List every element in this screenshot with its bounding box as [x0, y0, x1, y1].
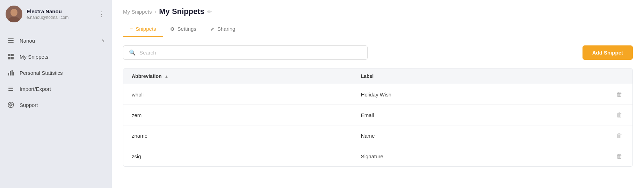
svg-rect-4: [8, 40, 14, 41]
breadcrumb-separator: ›: [155, 9, 157, 14]
sidebar-item-personal-statistics-label: Personal Statistics: [20, 70, 63, 76]
label-cell: Signature: [353, 146, 607, 167]
add-snippet-button[interactable]: Add Snippet: [583, 45, 633, 60]
svg-rect-8: [8, 57, 10, 59]
table-row: zem Email 🗑: [123, 105, 632, 125]
table-body: wholi Holiday Wish 🗑 zem Email 🗑: [123, 84, 632, 167]
action-cell: 🗑: [607, 84, 632, 105]
tab-settings-label: Settings: [178, 26, 196, 32]
tab-bar: ≡ Snippets ⚙ Settings ⇗ Sharing: [123, 22, 633, 37]
svg-rect-3: [8, 38, 14, 39]
delete-button[interactable]: 🗑: [615, 110, 624, 120]
svg-point-15: [10, 104, 12, 106]
label-cell: Email: [353, 105, 607, 125]
sidebar-item-my-snippets[interactable]: My Snippets: [0, 49, 112, 65]
breadcrumb-current: My Snippets ✏: [159, 7, 212, 16]
svg-rect-11: [10, 71, 11, 75]
profile-email: e.nanou@hotmail.com: [27, 15, 92, 20]
page-content: 🔍 Add Snippet Abbreviation ▲ Label: [112, 37, 644, 188]
delete-button[interactable]: 🗑: [615, 90, 624, 99]
tab-sharing-label: Sharing: [217, 26, 236, 32]
import-export-icon: [7, 85, 15, 93]
tab-settings[interactable]: ⚙ Settings: [163, 22, 203, 37]
profile-info: Electra Nanou e.nanou@hotmail.com: [27, 8, 92, 20]
table-row: wholi Holiday Wish 🗑: [123, 84, 632, 105]
sidebar-item-import-export[interactable]: Import/Export: [0, 81, 112, 97]
sidebar-item-import-export-label: Import/Export: [20, 86, 51, 92]
sidebar-profile: Electra Nanou e.nanou@hotmail.com ⋮: [0, 0, 112, 28]
tab-snippets[interactable]: ≡ Snippets: [123, 22, 163, 37]
search-icon: 🔍: [129, 49, 136, 56]
breadcrumb-parent[interactable]: My Snippets: [123, 9, 152, 15]
edit-title-icon[interactable]: ✏: [207, 8, 212, 15]
svg-rect-12: [12, 70, 13, 75]
svg-point-1: [10, 9, 17, 16]
toolbar: 🔍 Add Snippet: [123, 45, 633, 60]
abbreviation-cell: zname: [123, 125, 353, 146]
breadcrumb: My Snippets › My Snippets ✏: [123, 7, 633, 16]
snippets-table-container: Abbreviation ▲ Label wholi Holiday Wish: [123, 68, 633, 167]
abbreviation-cell: zsig: [123, 146, 353, 167]
snippets-table: Abbreviation ▲ Label wholi Holiday Wish: [123, 68, 632, 166]
avatar: [6, 6, 22, 22]
action-cell: 🗑: [607, 146, 632, 167]
sort-indicator: ▲: [164, 74, 168, 79]
action-cell: 🗑: [607, 125, 632, 146]
action-cell: 🗑: [607, 105, 632, 125]
tab-snippets-label: Snippets: [136, 26, 156, 32]
svg-rect-6: [8, 54, 10, 56]
nanou-icon: [7, 37, 15, 44]
tab-sharing[interactable]: ⇗ Sharing: [203, 22, 243, 37]
column-header-label: Label: [353, 68, 607, 84]
chevron-down-icon: ∨: [102, 38, 105, 43]
sidebar-item-personal-statistics[interactable]: Personal Statistics: [0, 65, 112, 81]
snippets-tab-icon: ≡: [130, 26, 133, 32]
search-input[interactable]: [139, 50, 362, 56]
sidebar-item-nanou-label: Nanou: [20, 38, 35, 44]
sidebar-nav: Nanou ∨ My Snippets Personal Statistics …: [0, 28, 112, 117]
page-header: My Snippets › My Snippets ✏ ≡ Snippets ⚙…: [112, 0, 644, 37]
sharing-tab-icon: ⇗: [210, 26, 215, 32]
column-header-abbreviation[interactable]: Abbreviation ▲: [123, 68, 353, 84]
main-content: My Snippets › My Snippets ✏ ≡ Snippets ⚙…: [112, 0, 644, 188]
label-cell: Holiday Wish: [353, 84, 607, 105]
sidebar-item-my-snippets-label: My Snippets: [20, 54, 49, 60]
table-row: zsig Signature 🗑: [123, 146, 632, 167]
sidebar-item-support-label: Support: [20, 102, 38, 108]
delete-button[interactable]: 🗑: [615, 131, 624, 140]
column-header-actions: [607, 68, 632, 84]
profile-name: Electra Nanou: [27, 8, 92, 14]
snippets-icon: [7, 53, 15, 60]
settings-tab-icon: ⚙: [170, 26, 175, 32]
svg-rect-7: [11, 54, 14, 56]
page-title: My Snippets: [159, 7, 204, 16]
sidebar: Electra Nanou e.nanou@hotmail.com ⋮ Nano…: [0, 0, 112, 188]
svg-rect-5: [8, 42, 14, 43]
table-header: Abbreviation ▲ Label: [123, 68, 632, 84]
profile-menu-button[interactable]: ⋮: [96, 9, 106, 19]
label-cell: Name: [353, 125, 607, 146]
search-container: 🔍: [123, 45, 368, 60]
statistics-icon: [7, 69, 15, 77]
svg-rect-9: [11, 57, 14, 59]
table-row: zname Name 🗑: [123, 125, 632, 146]
svg-rect-10: [8, 73, 9, 75]
sidebar-item-nanou[interactable]: Nanou ∨: [0, 32, 112, 49]
abbreviation-cell: zem: [123, 105, 353, 125]
abbreviation-cell: wholi: [123, 84, 353, 105]
support-icon: [7, 101, 15, 109]
delete-button[interactable]: 🗑: [615, 152, 624, 161]
sidebar-item-support[interactable]: Support: [0, 97, 112, 113]
svg-rect-13: [13, 72, 14, 75]
